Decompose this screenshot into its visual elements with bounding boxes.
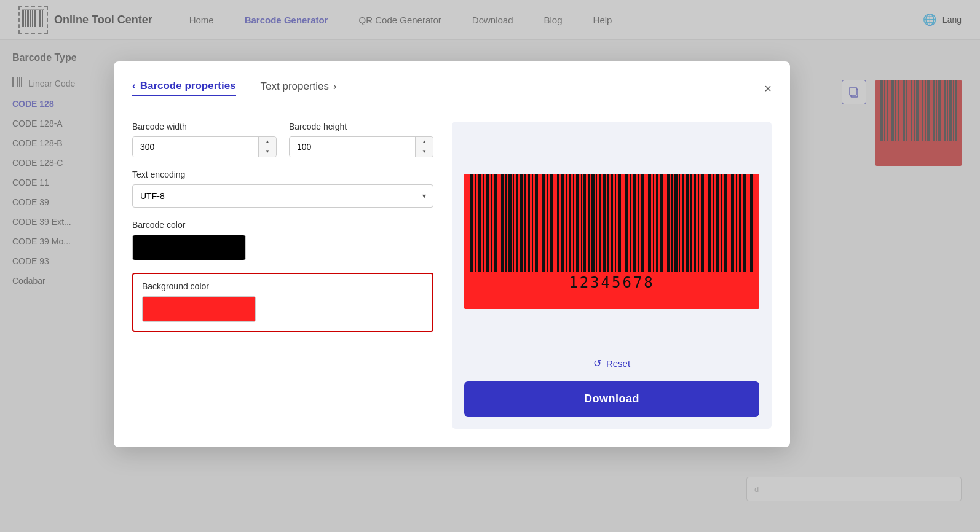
width-increment-button[interactable]: ▲	[259, 137, 276, 147]
svg-rect-85	[611, 174, 613, 272]
svg-rect-119	[739, 174, 741, 272]
dimension-row: Barcode width ▲ ▼ Barcode height	[132, 122, 433, 157]
svg-rect-79	[588, 174, 590, 272]
svg-rect-97	[656, 174, 658, 272]
svg-rect-115	[724, 174, 727, 272]
svg-rect-62	[524, 174, 526, 272]
svg-rect-109	[701, 174, 704, 272]
chevron-left-icon: ‹	[132, 80, 136, 92]
svg-rect-54	[494, 174, 497, 272]
reset-icon: ↺	[593, 358, 601, 369]
tab-text-properties-label: Text properties	[261, 80, 330, 93]
tab-barcode-properties[interactable]: ‹ Barcode properties	[132, 80, 236, 96]
svg-rect-81	[596, 174, 597, 272]
svg-rect-120	[743, 174, 746, 272]
svg-rect-67	[542, 174, 545, 272]
svg-rect-53	[491, 174, 492, 272]
svg-rect-60	[516, 174, 518, 272]
svg-rect-99	[665, 174, 665, 272]
svg-rect-61	[520, 174, 523, 272]
barcode-color-group: Barcode color	[132, 220, 433, 260]
svg-rect-100	[667, 174, 670, 272]
svg-rect-118	[736, 174, 737, 272]
svg-rect-122	[750, 174, 753, 272]
chevron-right-icon: ›	[333, 80, 337, 93]
svg-rect-77	[581, 174, 582, 272]
barcode-height-group: Barcode height ▲ ▼	[289, 122, 433, 157]
svg-rect-70	[555, 174, 555, 272]
svg-rect-101	[671, 174, 673, 272]
svg-rect-52	[486, 174, 489, 272]
tab-text-properties[interactable]: Text properties ›	[261, 80, 337, 96]
height-increment-button[interactable]: ▲	[416, 137, 433, 147]
svg-rect-98	[660, 174, 663, 272]
download-button[interactable]: Download	[464, 381, 759, 417]
width-decrement-button[interactable]: ▼	[259, 147, 276, 157]
svg-rect-84	[607, 174, 609, 272]
svg-rect-106	[690, 174, 692, 272]
svg-rect-117	[731, 174, 734, 272]
svg-rect-64	[532, 174, 533, 272]
svg-rect-110	[706, 174, 706, 272]
barcode-color-label: Barcode color	[132, 220, 433, 230]
tab-barcode-properties-label: Barcode properties	[140, 80, 236, 92]
svg-rect-78	[583, 174, 586, 272]
svg-rect-103	[679, 174, 680, 272]
text-encoding-group: Text encoding UTF-8 ASCII ISO-8859-1 ▾	[132, 170, 433, 208]
svg-rect-95	[648, 174, 651, 272]
svg-rect-73	[566, 174, 567, 272]
svg-rect-83	[603, 174, 606, 272]
width-spinner-buttons: ▲ ▼	[258, 137, 276, 157]
svg-rect-74	[569, 174, 571, 272]
svg-rect-72	[561, 174, 564, 272]
barcode-height-input[interactable]	[290, 137, 415, 157]
text-encoding-select[interactable]: UTF-8 ASCII ISO-8859-1	[132, 184, 433, 208]
barcode-width-group: Barcode width ▲ ▼	[132, 122, 277, 157]
svg-rect-93	[641, 174, 644, 272]
svg-rect-114	[721, 174, 722, 272]
svg-rect-108	[698, 174, 699, 272]
svg-rect-76	[576, 174, 579, 272]
text-encoding-select-wrapper: UTF-8 ASCII ISO-8859-1 ▾	[132, 184, 433, 208]
svg-rect-80	[591, 174, 595, 272]
background-color-box: Background color	[132, 273, 433, 332]
svg-rect-116	[729, 174, 729, 272]
barcode-width-input[interactable]	[133, 137, 258, 157]
svg-rect-121	[748, 174, 748, 272]
svg-rect-91	[633, 174, 636, 272]
svg-rect-90	[630, 174, 631, 272]
barcode-preview: 12345678	[464, 134, 759, 348]
svg-rect-112	[713, 174, 714, 272]
svg-rect-88	[623, 174, 623, 272]
svg-rect-86	[615, 174, 616, 272]
svg-rect-55	[499, 174, 499, 272]
modal-close-button[interactable]: ×	[764, 82, 772, 95]
svg-rect-75	[573, 174, 574, 272]
svg-rect-96	[653, 174, 654, 272]
svg-rect-58	[508, 174, 512, 272]
svg-rect-69	[550, 174, 553, 272]
barcode-height-label: Barcode height	[289, 122, 433, 131]
svg-rect-65	[535, 174, 538, 272]
reset-button[interactable]: ↺ Reset	[593, 358, 630, 369]
modal-tabs: ‹ Barcode properties Text properties ›	[132, 80, 337, 96]
svg-rect-57	[505, 174, 507, 272]
modal-left-panel: Barcode width ▲ ▼ Barcode height	[132, 122, 433, 429]
svg-rect-92	[638, 174, 639, 272]
svg-rect-56	[501, 174, 504, 272]
svg-rect-89	[625, 174, 628, 272]
background-color-label: Background color	[142, 281, 424, 291]
svg-text:12345678: 12345678	[569, 274, 655, 291]
height-decrement-button[interactable]: ▼	[416, 147, 433, 157]
modal-header: ‹ Barcode properties Text properties › ×	[132, 80, 772, 106]
modal: ‹ Barcode properties Text properties › ×…	[114, 61, 790, 447]
svg-rect-48	[470, 174, 473, 272]
svg-rect-102	[674, 174, 678, 272]
background-color-swatch[interactable]	[142, 296, 256, 322]
svg-rect-82	[599, 174, 601, 272]
svg-rect-87	[618, 174, 621, 272]
barcode-width-label: Barcode width	[132, 122, 277, 131]
barcode-color-swatch[interactable]	[132, 235, 246, 260]
svg-rect-68	[547, 174, 548, 272]
svg-rect-51	[483, 174, 484, 272]
